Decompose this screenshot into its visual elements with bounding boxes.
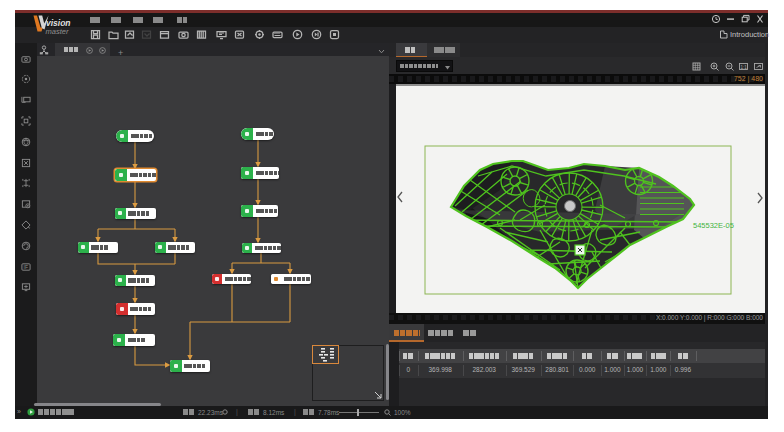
svg-text:1:1: 1:1 — [740, 64, 747, 69]
svg-text:IF: IF — [24, 263, 28, 269]
svg-text:master: master — [46, 27, 69, 36]
svg-text:545532E-05: 545532E-05 — [693, 221, 734, 230]
